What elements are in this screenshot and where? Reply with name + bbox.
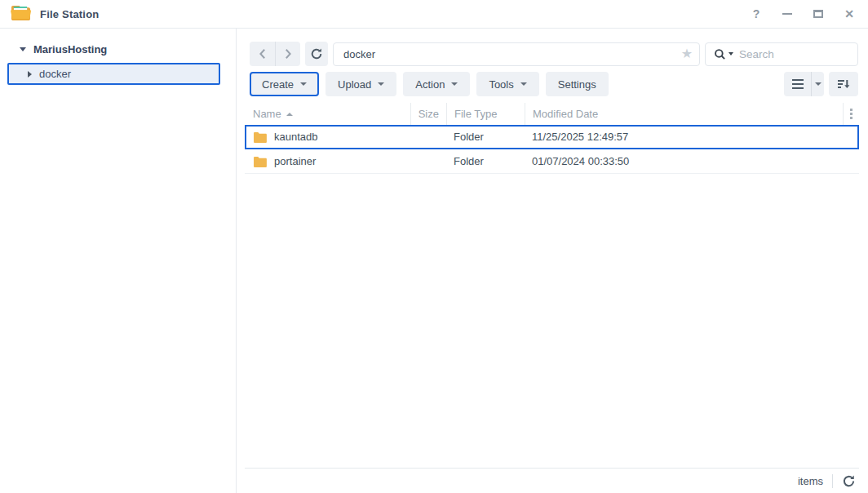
file-type: Folder bbox=[454, 131, 484, 143]
modified-date: 11/25/2025 12:49:57 bbox=[532, 131, 628, 143]
sort-icon bbox=[837, 78, 850, 91]
view-mode-caret[interactable] bbox=[811, 72, 824, 96]
table-row[interactable]: portainer Folder 01/07/2024 00:33:50 bbox=[245, 149, 859, 174]
search-scope-caret-icon[interactable] bbox=[728, 52, 733, 56]
folder-icon bbox=[253, 131, 267, 143]
navigation-toolbar: docker ★ Search bbox=[250, 42, 858, 66]
tools-button[interactable]: Tools bbox=[476, 72, 538, 96]
search-input[interactable]: Search bbox=[705, 42, 858, 66]
minimize-icon[interactable] bbox=[782, 8, 793, 20]
settings-button[interactable]: Settings bbox=[546, 72, 609, 96]
chevron-left-icon bbox=[260, 50, 264, 58]
titlebar: File Station ? ✕ bbox=[0, 0, 868, 29]
refresh-list-button[interactable] bbox=[842, 474, 856, 488]
chevron-down-icon bbox=[300, 82, 307, 86]
file-type: Folder bbox=[454, 155, 484, 167]
sort-button[interactable] bbox=[829, 72, 858, 96]
view-mode-button[interactable] bbox=[784, 72, 824, 96]
chevron-right-icon bbox=[286, 50, 290, 58]
column-options-button[interactable] bbox=[843, 103, 859, 125]
folder-icon bbox=[253, 156, 267, 167]
close-icon[interactable]: ✕ bbox=[844, 8, 855, 20]
column-header-name[interactable]: Name bbox=[245, 103, 410, 125]
refresh-icon bbox=[842, 474, 856, 488]
file-name: portainer bbox=[274, 155, 316, 167]
list-view-icon[interactable] bbox=[784, 72, 811, 96]
refresh-button[interactable] bbox=[305, 42, 328, 66]
maximize-icon[interactable] bbox=[813, 8, 824, 20]
chevron-right-icon[interactable] bbox=[28, 71, 32, 78]
chevron-down-icon[interactable] bbox=[20, 47, 26, 51]
sidebar-item-docker[interactable]: docker bbox=[7, 63, 220, 85]
path-value: docker bbox=[343, 48, 681, 60]
upload-button[interactable]: Upload bbox=[326, 72, 396, 96]
back-button[interactable] bbox=[250, 42, 275, 66]
create-button[interactable]: Create bbox=[250, 72, 319, 96]
file-name: kauntadb bbox=[274, 131, 318, 143]
sidebar-root-label: MariusHosting bbox=[33, 43, 107, 56]
search-placeholder: Search bbox=[739, 48, 774, 60]
divider bbox=[832, 474, 833, 488]
sort-ascending-icon bbox=[286, 113, 293, 116]
sidebar-item-root[interactable]: MariusHosting bbox=[0, 40, 236, 59]
items-count-label: items bbox=[798, 475, 823, 487]
help-icon[interactable]: ? bbox=[751, 8, 762, 20]
sidebar: MariusHosting docker bbox=[0, 29, 237, 493]
column-header-modified-date[interactable]: Modified Date bbox=[525, 103, 843, 125]
file-list: Name Size File Type Modified Date bbox=[245, 103, 859, 493]
file-station-window: File Station ? ✕ MariusHosting docker bbox=[0, 0, 868, 493]
search-icon bbox=[714, 48, 726, 60]
app-title: File Station bbox=[40, 8, 99, 20]
path-field[interactable]: docker ★ bbox=[333, 42, 700, 66]
chevron-down-icon bbox=[451, 82, 458, 86]
chevron-down-icon bbox=[815, 82, 822, 86]
column-header-size[interactable]: Size bbox=[410, 103, 446, 125]
star-icon[interactable]: ★ bbox=[681, 47, 693, 60]
modified-date: 01/07/2024 00:33:50 bbox=[532, 155, 629, 167]
chevron-down-icon bbox=[378, 82, 384, 86]
refresh-icon bbox=[310, 47, 323, 60]
column-header-file-type[interactable]: File Type bbox=[446, 103, 525, 125]
list-header: Name Size File Type Modified Date bbox=[245, 103, 859, 125]
sidebar-item-label: docker bbox=[39, 68, 71, 80]
forward-button[interactable] bbox=[275, 42, 300, 66]
action-button[interactable]: Action bbox=[403, 72, 470, 96]
app-folder-icon bbox=[10, 3, 32, 24]
main-panel: docker ★ Search Create bbox=[237, 29, 868, 493]
table-row[interactable]: kauntadb Folder 11/25/2025 12:49:57 bbox=[245, 125, 859, 149]
list-empty-area bbox=[245, 174, 859, 468]
action-toolbar: Create Upload Action Tools Settings bbox=[250, 72, 858, 96]
statusbar: items bbox=[245, 468, 859, 493]
kebab-menu-icon[interactable] bbox=[850, 109, 852, 119]
chevron-down-icon bbox=[520, 82, 527, 86]
